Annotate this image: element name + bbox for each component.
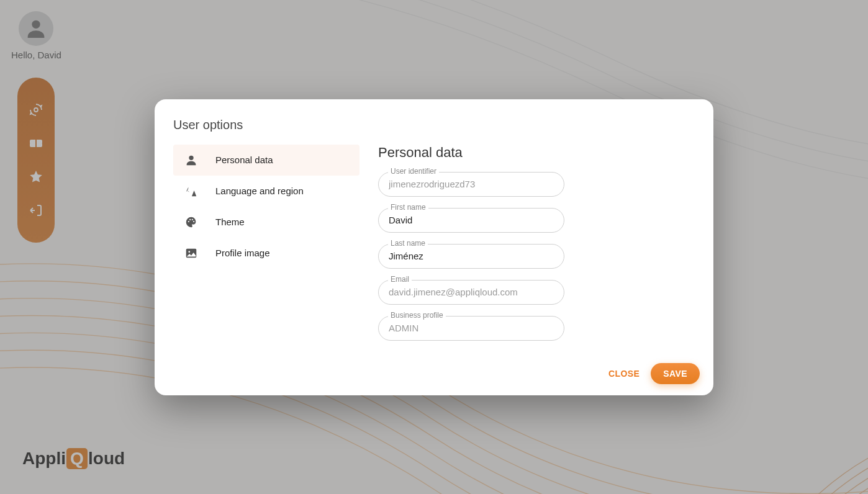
modal-nav-personal-data[interactable]: Personal data: [173, 145, 359, 176]
field-label: Last name: [388, 239, 428, 248]
business-profile-input: [378, 316, 564, 341]
field-first-name: First name: [378, 208, 564, 233]
email-input: [378, 280, 564, 305]
modal-nav-label: Personal data: [215, 155, 273, 165]
field-business-profile: Business profile: [378, 316, 564, 341]
field-label: Email: [388, 275, 412, 284]
last-name-input[interactable]: [378, 244, 564, 269]
modal-actions: CLOSE SAVE: [608, 363, 700, 384]
close-button[interactable]: CLOSE: [608, 369, 640, 379]
modal-nav-language[interactable]: Language and region: [173, 176, 359, 207]
svg-point-4: [189, 218, 191, 220]
field-user-identifier: User identifier: [378, 172, 564, 197]
image-icon: [184, 246, 198, 260]
user-identifier-input: [378, 172, 564, 197]
save-button[interactable]: SAVE: [651, 363, 700, 384]
modal-overlay[interactable]: User options Personal data Language and …: [0, 0, 868, 494]
field-label: First name: [388, 203, 428, 212]
modal-nav-theme[interactable]: Theme: [173, 207, 359, 238]
svg-point-2: [189, 155, 193, 159]
palette-icon: [184, 215, 198, 229]
translate-icon: [184, 184, 198, 198]
svg-point-5: [192, 218, 193, 220]
modal-nav-label: Profile image: [215, 248, 270, 258]
svg-point-6: [193, 220, 194, 222]
section-title: Personal data: [378, 145, 695, 161]
first-name-input[interactable]: [378, 208, 564, 233]
modal-content: Personal data User identifier First name: [378, 145, 695, 352]
field-email: Email: [378, 280, 564, 305]
modal-nav-profile-image[interactable]: Profile image: [173, 238, 359, 269]
svg-point-3: [188, 220, 189, 222]
person-icon: [184, 153, 198, 167]
modal-title: User options: [173, 118, 695, 132]
field-label: Business profile: [388, 311, 446, 320]
modal-nav-label: Language and region: [215, 186, 304, 196]
field-label: User identifier: [388, 167, 439, 176]
modal-nav-label: Theme: [215, 217, 245, 227]
user-options-modal: User options Personal data Language and …: [155, 99, 713, 395]
svg-point-8: [188, 251, 190, 253]
modal-nav: Personal data Language and region Theme: [173, 145, 359, 352]
field-last-name: Last name: [378, 244, 564, 269]
